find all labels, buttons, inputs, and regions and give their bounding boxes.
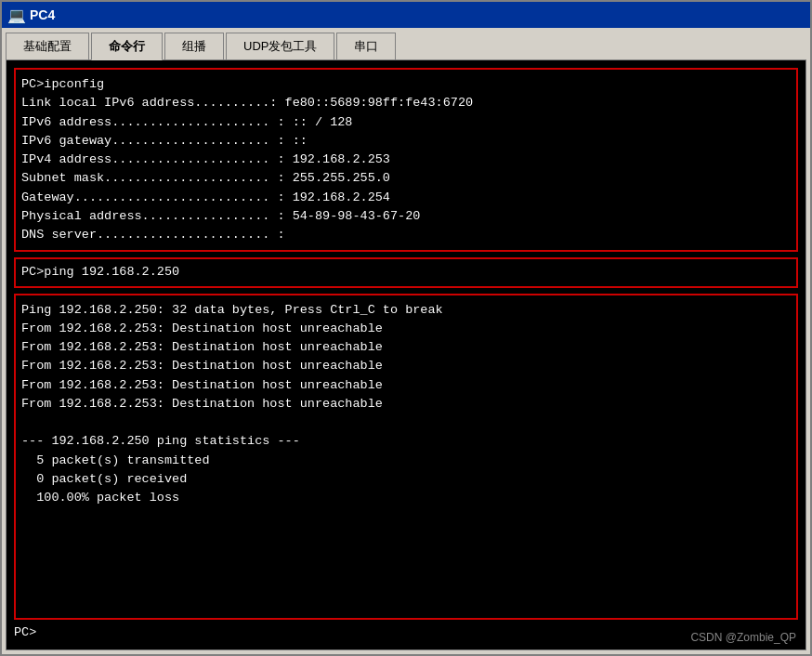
ping-output-line2: From 192.168.2.253: Destination host unr… — [21, 320, 791, 338]
window-icon: 💻 — [9, 7, 24, 22]
ping-output-transmitted: 5 packet(s) transmitted — [21, 452, 791, 470]
ipconfig-output-line4: IPv4 address..................... : 192.… — [21, 151, 791, 169]
main-window: 💻 PC4 基础配置 命令行 组播 UDP发包工具 串口 PC>ipconfig… — [0, 0, 812, 656]
terminal-area[interactable]: PC>ipconfig Link local IPv6 address.....… — [6, 59, 806, 650]
ipconfig-command: PC>ipconfig — [21, 75, 791, 94]
ping-output-line1: Ping 192.168.2.250: 32 data bytes, Press… — [21, 301, 791, 320]
ping-output-received: 0 packet(s) received — [21, 470, 791, 489]
ping-output-line3: From 192.168.2.253: Destination host unr… — [21, 338, 791, 357]
ipconfig-output-line7: Physical address................. : 54-8… — [21, 207, 791, 226]
final-prompt: PC> — [14, 623, 798, 642]
ping-output-line5: From 192.168.2.253: Destination host unr… — [21, 376, 791, 395]
ipconfig-output-line6: Gateway.......................... : 192.… — [21, 189, 791, 207]
ping-output-line6: From 192.168.2.253: Destination host unr… — [21, 395, 791, 413]
ipconfig-output-line3: IPv6 gateway..................... : :: — [21, 132, 791, 151]
ping-command: PC>ping 192.168.2.250 — [21, 263, 791, 282]
ipconfig-output-line8: DNS server....................... : — [21, 226, 791, 244]
ping-command-section: PC>ping 192.168.2.250 — [14, 257, 798, 287]
ipconfig-output-line5: Subnet mask...................... : 255.… — [21, 169, 791, 188]
tab-chuankou[interactable]: 串口 — [336, 33, 396, 60]
window-title: PC4 — [30, 7, 55, 22]
ping-output-blank — [21, 413, 791, 432]
ping-output-loss: 100.00% packet loss — [21, 489, 791, 507]
ping-output-line4: From 192.168.2.253: Destination host unr… — [21, 357, 791, 375]
watermark: CSDN @Zombie_QP — [690, 631, 796, 644]
ipconfig-section: PC>ipconfig Link local IPv6 address.....… — [14, 68, 798, 252]
tabs-bar: 基础配置 命令行 组播 UDP发包工具 串口 — [2, 28, 810, 59]
tab-zubo[interactable]: 组播 — [164, 33, 224, 60]
tab-minglinghang[interactable]: 命令行 — [91, 33, 163, 60]
ping-output-section: Ping 192.168.2.250: 32 data bytes, Press… — [14, 294, 798, 620]
ipconfig-output-line1: Link local IPv6 address..........: fe80:… — [21, 94, 791, 112]
ping-output-stats: --- 192.168.2.250 ping statistics --- — [21, 432, 791, 451]
tab-udp[interactable]: UDP发包工具 — [226, 33, 334, 60]
tab-jichupeizhi[interactable]: 基础配置 — [6, 33, 89, 60]
ipconfig-output-line2: IPv6 address..................... : :: /… — [21, 113, 791, 132]
title-bar: 💻 PC4 — [2, 2, 810, 28]
